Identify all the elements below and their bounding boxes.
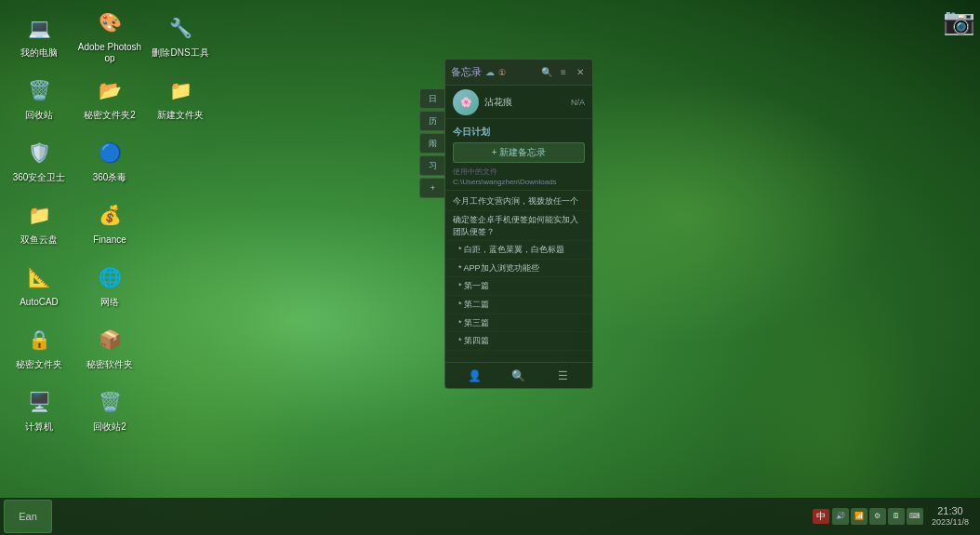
icon-label-icon12: 网络	[100, 297, 119, 308]
desktop-icon-icon1[interactable]: 💻 我的电脑	[5, 5, 73, 65]
icon-label-icon14: 回收站2	[93, 421, 126, 433]
ime-indicator[interactable]: 中	[813, 509, 829, 524]
icon-label-icon1: 我的电脑	[20, 47, 58, 59]
user-row: 🌸 沾花痕 N/A	[445, 86, 592, 119]
menu-footer-btn[interactable]: ☰	[552, 366, 573, 386]
panel-footer: 👤 🔍 ☰	[445, 362, 592, 388]
desktop-icon-icon15[interactable]: 🔧 删除DNS工具	[146, 5, 215, 65]
icon-label-icon13: 秘密软件夹	[86, 359, 133, 370]
desktop-icon-icon12[interactable]: 🌐 网络	[75, 254, 144, 314]
desktop-icon-icon13[interactable]: 📦 秘密软件夹	[75, 316, 144, 377]
icon-label-icon16: 新建文件夹	[157, 110, 204, 121]
icon-label-icon4: 双鱼云盘	[20, 234, 58, 246]
sidebar-tab-3[interactable]: 习	[419, 155, 445, 176]
panel-title-area: 备忘录 ☁ ①	[451, 65, 506, 79]
desktop-icon-icon14[interactable]: 🗑️ 回收站2	[75, 379, 144, 439]
task-item-3[interactable]: * APP加入浏览功能些	[445, 260, 592, 278]
desktop-icon-icon3[interactable]: 🛡️ 360安全卫士	[5, 129, 73, 190]
panel-body: 今日计划 + 新建备忘录 使用中的文件 C:\Users\wangzhen\Do…	[445, 119, 592, 362]
today-plan-header: 今日计划	[445, 123, 592, 140]
main-panel: 备忘录 ☁ ① 🔍 ≡ ✕ 🌸 沾花痕 N/A 今日计划 + 新建备忘录 使用中…	[444, 59, 593, 389]
desktop-icon-icon11[interactable]: 💰 Finance	[75, 192, 144, 252]
desktop-icon-icon4[interactable]: 📁 双鱼云盘	[5, 192, 73, 252]
panel-header: 备忘录 ☁ ① 🔍 ≡ ✕	[445, 60, 592, 86]
icon-label-icon7: 计算机	[25, 421, 53, 433]
icon-img-icon16: 📁	[164, 74, 197, 107]
taskbar: Ean 中 🔊 📶 ⚙ 🗓 ⌨ 21:30 2023/11/8	[0, 498, 980, 535]
task-item-2[interactable]: * 白距，蓝色菜翼，白色标题	[445, 241, 592, 260]
desktop-icon-area: 💻 我的电脑 🗑️ 回收站 🛡️ 360安全卫士 📁 双鱼云盘 📐 AutoCA…	[0, 0, 93, 498]
icon-img-icon7: 🖥️	[22, 385, 56, 419]
icon-label-icon10: 360杀毒	[93, 172, 127, 183]
icon-label-icon8: Adobe Photoshop	[77, 42, 142, 64]
sidebar-tab-0[interactable]: 日	[419, 88, 445, 109]
desktop-icon-icon10[interactable]: 🔵 360杀毒	[75, 129, 144, 190]
desktop-icon-icon5[interactable]: 📐 AutoCAD	[5, 254, 73, 314]
calendar-icon[interactable]: 🗓	[888, 508, 905, 525]
task-item-0[interactable]: 今月工作文营内涧，视拨放任一个	[445, 193, 592, 211]
icon-img-icon2: 🗑️	[22, 74, 56, 107]
icon-img-icon6: 🔒	[22, 323, 56, 356]
desktop-icon-icon2[interactable]: 🗑️ 回收站	[5, 67, 73, 127]
close-header-btn[interactable]: ✕	[574, 66, 587, 79]
icon-img-icon12: 🌐	[93, 261, 126, 294]
desktop-icon-icon6[interactable]: 🔒 秘密文件夹	[5, 316, 73, 377]
panel-title: 备忘录	[451, 65, 482, 79]
task-item-4[interactable]: * 第一篇	[445, 277, 592, 296]
sidebar-tab-2[interactable]: 闹	[419, 133, 445, 154]
menu-header-btn[interactable]: ≡	[557, 66, 570, 79]
taskbar-clock: 21:30 2023/11/8	[926, 504, 974, 528]
taskbar-right: 中 🔊 📶 ⚙ 🗓 ⌨ 21:30 2023/11/8	[813, 504, 980, 528]
icon-label-icon5: AutoCAD	[20, 297, 59, 308]
icon-label-icon15: 删除DNS工具	[152, 47, 208, 59]
sys-icon-group: 🔊 📶 ⚙ 🗓 ⌨	[832, 508, 923, 525]
top-right-camera-icon[interactable]: 📷	[942, 5, 975, 38]
icon-img-icon8: 🎨	[93, 6, 126, 39]
taskbar-left: Ean	[0, 500, 52, 533]
desktop-icon-icon8[interactable]: 🎨 Adobe Photoshop	[75, 5, 144, 65]
icon-img-icon3: 🛡️	[22, 136, 56, 169]
tasks-container: 今月工作文营内涧，视拨放任一个确定签企卓手机便签如何能实加入团队便签？* 白距，…	[445, 193, 592, 350]
task-item-5[interactable]: * 第二篇	[445, 296, 592, 314]
desktop-icon-icon16[interactable]: 📁 新建文件夹	[146, 67, 215, 127]
start-button[interactable]: Ean	[4, 500, 52, 533]
path-label: 使用中的文件	[445, 167, 592, 177]
icon-img-icon14: 🗑️	[93, 385, 126, 419]
notification-badge: ①	[498, 68, 506, 77]
panel-controls: 🔍 ≡ ✕	[540, 66, 587, 79]
divider1	[445, 190, 592, 191]
keyboard-icon[interactable]: ⌨	[907, 508, 923, 525]
user-info: 沾花痕	[479, 96, 571, 109]
add-task-button[interactable]: + 新建备忘录	[453, 142, 585, 163]
icon-img-icon4: 📁	[22, 198, 56, 232]
search-header-btn[interactable]: 🔍	[540, 66, 553, 79]
icon-img-icon15: 🔧	[164, 11, 197, 45]
icon-label-icon2: 回收站	[25, 110, 53, 121]
icon-img-icon11: 💰	[93, 198, 126, 232]
icon-label-icon11: Finance	[93, 234, 126, 246]
task-item-1[interactable]: 确定签企卓手机便签如何能实加入团队便签？	[445, 211, 592, 241]
sound-icon[interactable]: 🔊	[832, 508, 849, 525]
icon-label-icon6: 秘密文件夹	[16, 359, 62, 370]
task-item-6[interactable]: * 第三篇	[445, 314, 592, 333]
settings-icon[interactable]: ⚙	[869, 508, 886, 525]
task-item-7[interactable]: * 第四篇	[445, 332, 592, 351]
sidebar-tab-4[interactable]: +	[419, 178, 445, 198]
user-name: 沾花痕	[484, 96, 571, 109]
icon-img-icon9: 📂	[93, 74, 126, 107]
avatar: 🌸	[453, 89, 479, 115]
user-status: N/A	[571, 98, 585, 107]
desktop-icon-icon7[interactable]: 🖥️ 计算机	[5, 379, 73, 439]
sidebar-tabs: 日历闹习+	[419, 88, 445, 198]
icon-img-icon10: 🔵	[93, 136, 126, 169]
sidebar-tab-1[interactable]: 历	[419, 111, 445, 131]
icon-img-icon1: 💻	[22, 11, 56, 45]
icon-img-icon5: 📐	[22, 261, 56, 294]
sync-icon: ☁	[485, 67, 495, 77]
network-icon[interactable]: 📶	[851, 508, 867, 525]
desktop-icon-icon9[interactable]: 📂 秘密文件夹2	[75, 67, 144, 127]
icon-img-icon13: 📦	[93, 323, 126, 356]
user-footer-btn[interactable]: 👤	[465, 366, 485, 386]
search-footer-btn[interactable]: 🔍	[509, 366, 529, 386]
path-value: C:\Users\wangzhen\Downloads	[445, 177, 592, 188]
